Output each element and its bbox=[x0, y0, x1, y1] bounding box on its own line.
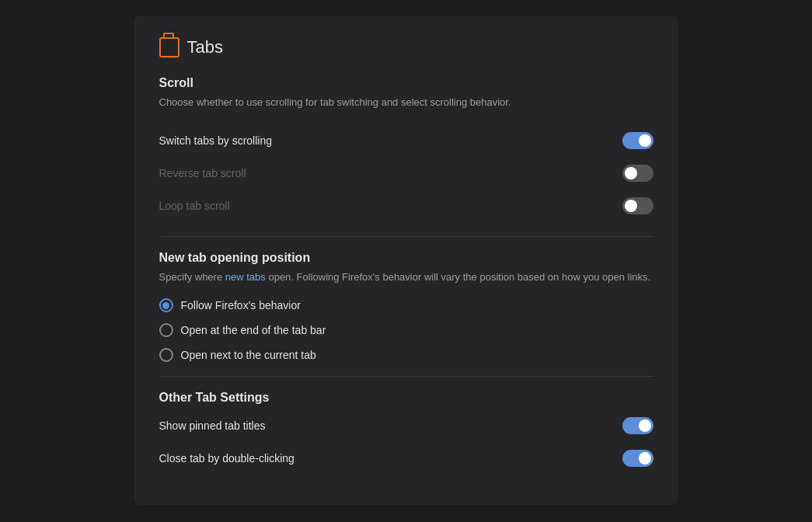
loop-scroll-label: Loop tab scroll bbox=[159, 200, 230, 212]
new-tab-section: New tab opening position Specify where n… bbox=[159, 251, 653, 363]
reverse-scroll-label: Reverse tab scroll bbox=[159, 167, 246, 179]
reverse-scroll-toggle[interactable] bbox=[622, 165, 653, 182]
radio-open-end-outer bbox=[159, 323, 173, 337]
radio-open-end-label: Open at the end of the tab bar bbox=[181, 324, 326, 336]
new-tab-radio-group: Follow Firefox's behavior Open at the en… bbox=[159, 298, 653, 362]
scroll-section-desc: Choose whether to use scrolling for tab … bbox=[159, 95, 653, 110]
radio-open-next[interactable]: Open next to the current tab bbox=[159, 348, 653, 362]
other-section: Other Tab Settings Show pinned tab title… bbox=[159, 391, 653, 475]
pinned-titles-toggle[interactable] bbox=[622, 417, 653, 434]
page-header: Tabs bbox=[159, 37, 653, 57]
scroll-section-title: Scroll bbox=[159, 76, 653, 90]
settings-panel: Tabs Scroll Choose whether to use scroll… bbox=[134, 16, 678, 505]
setting-row-reverse-scroll: Reverse tab scroll bbox=[159, 157, 653, 190]
radio-open-next-label: Open next to the current tab bbox=[181, 349, 316, 361]
setting-row-pinned-titles: Show pinned tab titles bbox=[159, 409, 653, 442]
switch-tabs-label: Switch tabs by scrolling bbox=[159, 134, 273, 147]
new-tab-section-title: New tab opening position bbox=[159, 251, 653, 265]
radio-open-next-outer bbox=[159, 348, 173, 362]
other-section-title: Other Tab Settings bbox=[159, 391, 653, 405]
divider-2 bbox=[159, 376, 653, 377]
new-tabs-link[interactable]: new tabs bbox=[225, 271, 266, 283]
setting-row-close-double-click: Close tab by double-clicking bbox=[159, 442, 653, 475]
setting-row-switch-tabs: Switch tabs by scrolling bbox=[159, 124, 653, 157]
divider-1 bbox=[159, 236, 653, 237]
radio-follow-firefox-outer bbox=[159, 298, 173, 312]
setting-row-loop-scroll: Loop tab scroll bbox=[159, 190, 653, 222]
switch-tabs-toggle[interactable] bbox=[622, 132, 653, 149]
tabs-icon bbox=[159, 37, 179, 57]
radio-follow-firefox-inner bbox=[162, 302, 169, 309]
scroll-section: Scroll Choose whether to use scrolling f… bbox=[159, 76, 653, 222]
radio-open-end[interactable]: Open at the end of the tab bar bbox=[159, 323, 653, 337]
page-title: Tabs bbox=[187, 37, 223, 57]
radio-follow-firefox-label: Follow Firefox's behavior bbox=[181, 299, 301, 311]
new-tab-section-desc: Specify where new tabs open. Following F… bbox=[159, 270, 653, 285]
close-double-click-label: Close tab by double-clicking bbox=[159, 452, 294, 465]
close-double-click-toggle[interactable] bbox=[622, 450, 653, 467]
loop-scroll-toggle[interactable] bbox=[622, 197, 653, 214]
radio-follow-firefox[interactable]: Follow Firefox's behavior bbox=[159, 298, 653, 312]
pinned-titles-label: Show pinned tab titles bbox=[159, 419, 266, 432]
